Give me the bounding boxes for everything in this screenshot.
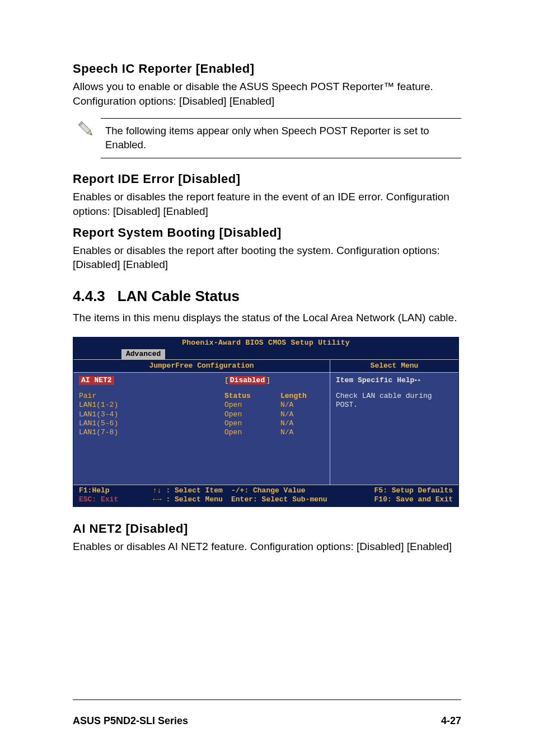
table-header-row: Pair Status Length bbox=[79, 392, 324, 401]
paragraph: Allows you to enable or disable the ASUS… bbox=[73, 79, 461, 108]
ai-net2-item[interactable]: AI NET2 bbox=[79, 376, 114, 385]
paragraph: Enables or disables the report after boo… bbox=[73, 243, 461, 272]
hint-esc: ESC: Exit bbox=[79, 495, 153, 504]
paragraph: Enables or disables the report feature i… bbox=[73, 190, 461, 218]
hint-enter: Enter: Select Sub-menu bbox=[231, 495, 343, 504]
page-content: Speech IC Reporter [Enabled] Allows you … bbox=[0, 0, 534, 554]
col-length: Length bbox=[280, 392, 307, 401]
note-block: The following items appear only when Spe… bbox=[73, 118, 461, 158]
bios-help-panel: Item Specific Help Check LAN cable durin… bbox=[330, 373, 458, 485]
hint-f1: F1:Help bbox=[79, 486, 153, 495]
table-row: LAN1(1-2) Open N/A bbox=[79, 401, 324, 410]
hint-f5: F5: Setup Defaults bbox=[343, 486, 453, 495]
col-status: Status bbox=[224, 392, 280, 401]
section-number: 4.4.3 bbox=[73, 288, 105, 304]
bios-subheader: JumperFree Configuration Select Menu bbox=[73, 359, 458, 373]
table-row: LAN1(3-4) Open N/A bbox=[79, 410, 324, 419]
pencil-icon bbox=[73, 118, 101, 139]
heading-speech-ic-reporter: Speech IC Reporter [Enabled] bbox=[73, 62, 461, 76]
hint-select-menu: ←→ : Select Menu bbox=[153, 495, 231, 504]
heading-ai-net2: AI NET2 [Disabled] bbox=[73, 522, 461, 536]
hint-change-value: -/+: Change Value bbox=[231, 486, 343, 495]
table-row: LAN1(5-6) Open N/A bbox=[79, 419, 324, 428]
heading-report-ide-error: Report IDE Error [Disabled] bbox=[73, 172, 461, 186]
bios-screenshot: Phoenix-Award BIOS CMOS Setup Utility Ad… bbox=[73, 337, 459, 507]
section-title: LAN Cable Status bbox=[118, 288, 240, 304]
page-footer: ASUS P5ND2-SLI Series 4-27 bbox=[73, 701, 461, 727]
table-row: LAN1(7-8) Open N/A bbox=[79, 428, 324, 437]
hint-f10: F10: Save and Exit bbox=[343, 495, 453, 504]
bios-title: Phoenix-Award BIOS CMOS Setup Utility bbox=[73, 337, 458, 349]
tab-advanced[interactable]: Advanced bbox=[121, 349, 165, 359]
bios-left-header: JumperFree Configuration bbox=[73, 360, 330, 372]
footer-rule bbox=[73, 699, 461, 700]
footer-page-number: 4-27 bbox=[441, 715, 461, 727]
paragraph: The items in this menu displays the stat… bbox=[73, 311, 461, 325]
heading-report-system-booting: Report System Booting [Disabled] bbox=[73, 226, 461, 240]
help-header: Item Specific Help bbox=[336, 376, 453, 385]
heading-lan-cable-status: 4.4.3LAN Cable Status bbox=[73, 288, 461, 305]
bios-footer: F1:Help ↑↓ : Select Item -/+: Change Val… bbox=[73, 485, 458, 507]
help-text: Check LAN cable during POST. bbox=[336, 392, 453, 410]
bios-right-header: Select Menu bbox=[330, 360, 458, 372]
bios-main-panel: AI NET2 [Disabled] Pair Status Length LA… bbox=[73, 373, 330, 485]
paragraph: Enables or disables AI NET2 feature. Con… bbox=[73, 539, 461, 554]
col-pair: Pair bbox=[79, 392, 224, 401]
note-text: The following items appear only when Spe… bbox=[101, 118, 461, 158]
footer-left: ASUS P5ND2-SLI Series bbox=[73, 715, 188, 727]
hint-select-item: ↑↓ : Select Item bbox=[153, 486, 231, 495]
bios-tab-row: Advanced bbox=[73, 349, 458, 359]
ai-net2-value[interactable]: [Disabled] bbox=[224, 376, 270, 386]
chevron-right-icon bbox=[414, 376, 421, 384]
